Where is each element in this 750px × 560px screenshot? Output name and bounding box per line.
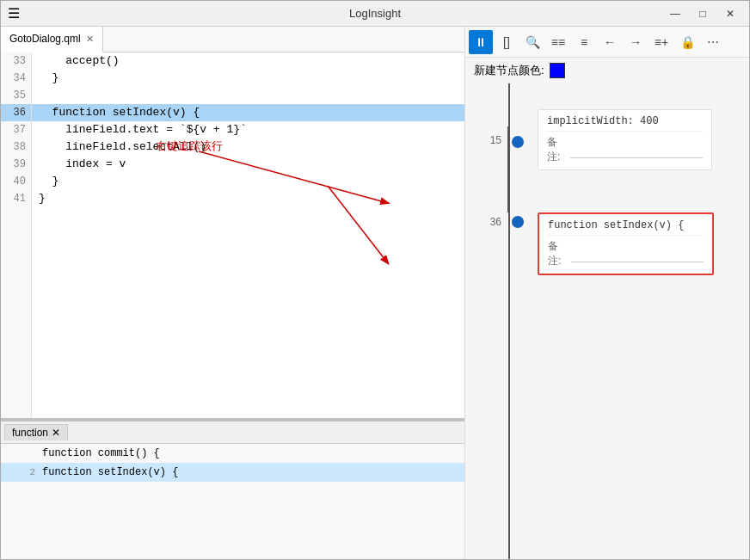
code-line-33: accept() xyxy=(32,52,464,70)
color-swatch[interactable] xyxy=(550,63,565,78)
main-area: GotoDialog.qml ✕ 33 34 35 36 37 38 39 xyxy=(1,27,749,559)
code-editor: 33 34 35 36 37 38 39 40 41 accept() } xyxy=(1,52,464,418)
bp-card-title-1: implicitWidth: 400 xyxy=(547,115,703,127)
back-button[interactable]: ← xyxy=(598,30,622,54)
bp-dot-2[interactable] xyxy=(512,216,524,228)
bp-card-2: function setIndex(v) { 备注: xyxy=(538,212,714,275)
result-line-num-2: 2 xyxy=(22,463,35,482)
result-item-1: function commit() { xyxy=(1,444,464,463)
code-lines: accept() } function setIndex(v) { lineFi… xyxy=(32,52,464,418)
node-color-row: 新建节点颜色: xyxy=(465,58,749,83)
tab-bar: GotoDialog.qml ✕ xyxy=(1,27,464,52)
line-num-33: 33 xyxy=(1,52,31,70)
node-color-label: 新建节点颜色: xyxy=(474,63,544,78)
search-results: function commit() { 2 function setIndex(… xyxy=(1,444,464,559)
line-num-41: 41 xyxy=(1,190,31,207)
line-num-38: 38 xyxy=(1,138,31,156)
breakpoint-2: 36 function setIndex(v) { 备注: xyxy=(481,212,714,275)
bp-note-input-1[interactable] xyxy=(570,142,703,158)
code-editor-top: 33 34 35 36 37 38 39 40 41 accept() } xyxy=(1,52,464,422)
line-num-36: 36 xyxy=(1,104,31,121)
bp-note-label-1: 备注: xyxy=(547,135,567,164)
bp-note-input-2[interactable] xyxy=(571,246,704,262)
tab-close-icon[interactable]: ✕ xyxy=(86,34,94,45)
add-button[interactable]: ≡+ xyxy=(649,30,673,54)
list-button[interactable]: ≡ xyxy=(572,30,596,54)
minimize-button[interactable]: — xyxy=(663,5,687,22)
code-line-34: } xyxy=(32,70,464,87)
bracket-button[interactable]: [] xyxy=(495,30,519,54)
connector-line xyxy=(507,126,509,212)
more-button[interactable]: ⋯ xyxy=(701,30,725,54)
tab-gotodialog[interactable]: GotoDialog.qml ✕ xyxy=(1,27,103,52)
forward-button[interactable]: → xyxy=(624,30,648,54)
code-line-37: lineField.text = `${v + 1}` xyxy=(32,121,464,138)
bp-card-1: implicitWidth: 400 备注: xyxy=(538,109,712,170)
line-num-35: 35 xyxy=(1,87,31,104)
pause-button[interactable]: ⏸ xyxy=(469,30,493,54)
bottom-panel: function ✕ function commit() { 2 functio… xyxy=(1,422,464,559)
line-num-39: 39 xyxy=(1,156,31,173)
bp-dot-1[interactable] xyxy=(512,136,524,148)
window-title: LogInsight xyxy=(349,7,401,20)
code-line-41: } xyxy=(32,190,464,207)
function-tab-close[interactable]: ✕ xyxy=(52,427,60,439)
right-panel: ⏸ [] 🔍 ≡≡ ≡ ← → ≡+ 🔒 ⋯ 新建节点颜色: xyxy=(465,27,749,559)
code-line-36: function setIndex(v) { xyxy=(32,104,464,121)
menu-icon[interactable]: ☰ xyxy=(8,5,20,22)
line-numbers: 33 34 35 36 37 38 39 40 41 xyxy=(1,52,32,418)
code-line-39: index = v xyxy=(32,156,464,173)
search-button[interactable]: 🔍 xyxy=(520,30,544,54)
bp-line-num-1: 15 xyxy=(481,134,501,146)
code-line-40: } xyxy=(32,173,464,190)
bp-card-title-2: function setIndex(v) { xyxy=(548,219,704,231)
maximize-button[interactable]: □ xyxy=(691,5,715,22)
right-toolbar: ⏸ [] 🔍 ≡≡ ≡ ← → ≡+ 🔒 ⋯ xyxy=(465,27,749,58)
function-tab[interactable]: function ✕ xyxy=(4,424,68,440)
function-tab-label: function xyxy=(12,427,48,439)
editor-container: GotoDialog.qml ✕ 33 34 35 36 37 38 39 xyxy=(1,27,465,559)
timeline-area: 15 implicitWidth: 400 备注: 36 xyxy=(465,83,749,559)
title-bar: ☰ LogInsight — □ ✕ xyxy=(1,1,749,27)
result-code-2: function setIndex(v) { xyxy=(42,463,178,482)
line-num-40: 40 xyxy=(1,173,31,190)
breakpoint-1: 15 implicitWidth: 400 备注: xyxy=(481,109,712,170)
main-window: ☰ LogInsight — □ ✕ GotoDialog.qml ✕ xyxy=(0,0,750,560)
line-num-34: 34 xyxy=(1,70,31,87)
filter-button[interactable]: ≡≡ xyxy=(546,30,570,54)
lock-button[interactable]: 🔒 xyxy=(675,30,699,54)
bp-line-num-2: 36 xyxy=(481,216,501,228)
result-code-1: function commit() { xyxy=(42,444,160,463)
bp-note-label-2: 备注: xyxy=(548,239,568,268)
close-button[interactable]: ✕ xyxy=(718,5,742,22)
code-line-35 xyxy=(32,87,464,104)
bottom-tab-bar: function ✕ xyxy=(1,422,464,444)
result-item-2: 2 function setIndex(v) { xyxy=(1,463,464,482)
window-controls: — □ ✕ xyxy=(663,5,742,22)
line-num-37: 37 xyxy=(1,121,31,138)
tab-label: GotoDialog.qml xyxy=(9,33,81,45)
code-line-38: lineField.selectAll() xyxy=(32,138,464,156)
